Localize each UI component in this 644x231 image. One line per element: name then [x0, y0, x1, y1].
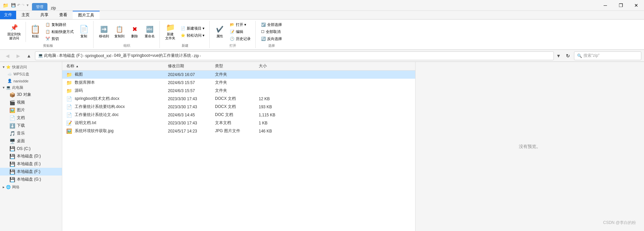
- paste-button[interactable]: 📋 粘贴: [29, 25, 42, 39]
- sidebar-section-wps[interactable]: ☁️ WPS云盘: [0, 70, 62, 77]
- copy-button[interactable]: 📄 复制: [77, 21, 91, 43]
- copy-to-button[interactable]: 📋 复制到: [112, 21, 127, 43]
- dropdown-icon[interactable]: ▼: [26, 3, 29, 7]
- up-button[interactable]: ▲: [24, 51, 34, 61]
- easy-access-button[interactable]: ⭐ 轻松访问 ▾: [179, 32, 207, 39]
- file-size-readme: 1 KB: [259, 121, 286, 125]
- tab-home[interactable]: 主页: [16, 11, 35, 19]
- watermark: CSDN @李白的粉: [603, 220, 636, 226]
- invert-select-button[interactable]: 🔄 反向选择: [259, 36, 284, 42]
- delete-button[interactable]: ✖ 删除: [128, 21, 141, 43]
- main-area: ▾ ⭐ 快速访问 ☁️ WPS云盘 👤 nanisdde ▾ 💻 此电脑 📦 3…: [0, 62, 644, 231]
- sidebar-item-diske[interactable]: 💾 本地磁盘 (E:): [0, 160, 62, 168]
- sidebar-item-diskd[interactable]: 💾 本地磁盘 (D:): [0, 152, 62, 160]
- sidebar-section-network[interactable]: ▸ 🌐 网络: [0, 183, 62, 190]
- sidebar-item-diskg[interactable]: 💾 本地磁盘 (G:): [0, 176, 62, 183]
- wps-label: WPS云盘: [13, 72, 29, 77]
- breadcrumb-zip[interactable]: zip: [194, 53, 199, 58]
- restore-button[interactable]: ❐: [613, 0, 629, 11]
- cut-button[interactable]: ✂️ 剪切: [43, 36, 76, 42]
- title-bar-controls: ─ ❐ ✕: [598, 0, 644, 11]
- file-row-jpg[interactable]: 🖼️ 系统环境软件获取.jpg 2024/5/17 14:23 JPG 图片文件…: [62, 127, 415, 135]
- tab-share[interactable]: 共享: [35, 11, 54, 19]
- file-row-db[interactable]: 📁 数据库脚本 2024/6/3 15:57 文件夹: [62, 79, 415, 87]
- sidebar-item-osc[interactable]: 💾 OS (C:): [0, 145, 62, 152]
- sidebar-item-video[interactable]: 🎬 视频: [0, 99, 62, 106]
- sidebar-section-pc[interactable]: ▾ 💻 此电脑: [0, 84, 62, 91]
- copy-path-button[interactable]: 📋 复制路径: [43, 22, 76, 28]
- new-folder-button[interactable]: 📁 新建文件夹: [163, 21, 177, 43]
- breadcrumb-localdisk[interactable]: 本地磁盘 (F:): [59, 53, 82, 59]
- deselect-label: 全部取消: [266, 29, 281, 34]
- file-row-paper[interactable]: 📄 工作量统计系统论文.doc 2024/6/3 14:45 DOC 文档 1,…: [62, 111, 415, 119]
- quickaccess-icon: ⭐: [6, 65, 11, 69]
- search-bar[interactable]: 🔍 搜索"zip": [574, 51, 641, 60]
- file-row-structure[interactable]: 📄 工作量统计系统要结构.docx 2023/3/30 17:43 DOCX 文…: [62, 103, 415, 111]
- sidebar-item-3d[interactable]: 📦 3D 对象: [0, 91, 62, 99]
- file-date-paper: 2024/6/3 14:45: [168, 113, 215, 117]
- breadcrumb-bar[interactable]: 💻 此电脑 › 本地磁盘 (F:) › springboot_xxl › 049…: [35, 51, 554, 60]
- new-item-button[interactable]: 📄 新建项目 ▾: [179, 25, 207, 32]
- file-row-springboot-doc[interactable]: 📄 springboot技术文档.docx 2023/3/30 17:43 DO…: [62, 95, 415, 103]
- sidebar-section-quickaccess[interactable]: ▾ ⭐ 快速访问: [0, 63, 62, 70]
- col-header-size[interactable]: 大小: [259, 63, 286, 69]
- open-button[interactable]: 📂 打开 ▾: [228, 22, 253, 28]
- breadcrumb-springboot[interactable]: springboot_xxl: [85, 53, 111, 58]
- select-all-button[interactable]: ☑️ 全部选择: [259, 22, 284, 28]
- ribbon-group-open: ✔️ 属性 📂 打开 ▾ 📝 编辑 🕐 历史记录 打开: [210, 21, 256, 48]
- ribbon-group-organize: ➡️ 移动到 📋 复制到 ✖ 删除 🔤 重命名 组织: [94, 21, 160, 48]
- tab-view[interactable]: 查看: [54, 11, 73, 19]
- select-col: ☑️ 全部选择 ☐ 全部取消 🔄 反向选择: [259, 22, 284, 42]
- move-label: 移动到: [99, 34, 109, 39]
- col-header-name[interactable]: 名称 ▲: [64, 63, 168, 69]
- file-row-jietou[interactable]: 📁 截图 2024/6/3 16:07 文件夹: [62, 71, 415, 79]
- paste-shortcut-button[interactable]: 📋 粘贴快捷方式: [43, 29, 76, 35]
- clipboard-col: 📋 复制路径 📋 粘贴快捷方式 ✂️ 剪切: [43, 22, 76, 42]
- pin-to-quickaccess-button[interactable]: 📌 固定到快速访问: [5, 21, 23, 43]
- sidebar-item-downloads[interactable]: ⬇️ 下载: [0, 122, 62, 129]
- documents-icon: 📄: [9, 115, 15, 121]
- sidebar-item-diskf[interactable]: 💾 本地磁盘 (F:): [0, 168, 62, 176]
- col-header-type[interactable]: 类型: [215, 63, 259, 69]
- rename-button[interactable]: 🔤 重命名: [143, 21, 157, 43]
- sidebar-item-desktop[interactable]: 🖥️ 桌面: [0, 137, 62, 145]
- invert-select-icon: 🔄: [261, 37, 266, 41]
- col-header-date[interactable]: 修改日期: [168, 63, 215, 69]
- copy-path-label: 复制路径: [51, 22, 66, 27]
- delete-label: 删除: [131, 34, 138, 39]
- pc-icon: 💻: [6, 85, 11, 90]
- deselect-button[interactable]: ☐ 全部取消: [259, 29, 284, 35]
- undo-icon[interactable]: ↶: [17, 3, 20, 7]
- forward-button[interactable]: ▶: [13, 51, 23, 61]
- edit-button[interactable]: 📝 编辑: [228, 29, 253, 35]
- history-label: 历史记录: [236, 36, 251, 41]
- move-to-button[interactable]: ➡️ 移动到: [97, 21, 111, 43]
- breadcrumb-049[interactable]: 049_基于springboot+vue的工作量统计系统: [114, 53, 191, 59]
- close-button[interactable]: ✕: [629, 0, 644, 11]
- refresh-button[interactable]: ↻: [563, 51, 573, 61]
- ribbon-tabs: 文件 主页 共享 查看 图片工具: [0, 11, 644, 20]
- minimize-button[interactable]: ─: [598, 0, 613, 11]
- sidebar-item-music[interactable]: 🎵 音乐: [0, 129, 62, 137]
- file-name-jietou: 截图: [75, 72, 83, 77]
- paste-shortcut-icon: 📋: [45, 30, 50, 34]
- new-folder-label: 新建文件夹: [165, 32, 175, 40]
- sidebar-item-documents[interactable]: 📄 文档: [0, 114, 62, 122]
- quick-save-icon[interactable]: 💾: [11, 3, 16, 7]
- tab-manage[interactable]: 管理: [32, 3, 47, 10]
- file-row-source[interactable]: 📁 源码 2024/6/3 15:57 文件夹: [62, 87, 415, 95]
- scissors-icon: ✂️: [45, 37, 50, 41]
- back-button[interactable]: ◀: [3, 51, 12, 61]
- folder-icon: 📁: [66, 72, 72, 77]
- sidebar-item-pictures[interactable]: 🖼️ 图片: [0, 106, 62, 114]
- sidebar-section-nanisdde[interactable]: 👤 nanisdde: [0, 77, 62, 84]
- file-row-readme[interactable]: 📝 说明文档.txt 2023/3/30 17:43 文本文档 1 KB: [62, 119, 415, 127]
- properties-button[interactable]: ✔️ 属性: [213, 21, 226, 43]
- history-button[interactable]: 🕐 历史记录: [228, 36, 253, 42]
- tab-file[interactable]: 文件: [0, 11, 16, 19]
- tab-picture-tools[interactable]: 图片工具: [73, 11, 100, 19]
- clipboard-label: 剪贴板: [5, 43, 91, 48]
- breadcrumb-pc[interactable]: 💻 此电脑: [38, 53, 56, 59]
- redo-icon[interactable]: ↷: [22, 3, 25, 7]
- address-dropdown-button[interactable]: ▼: [555, 51, 562, 61]
